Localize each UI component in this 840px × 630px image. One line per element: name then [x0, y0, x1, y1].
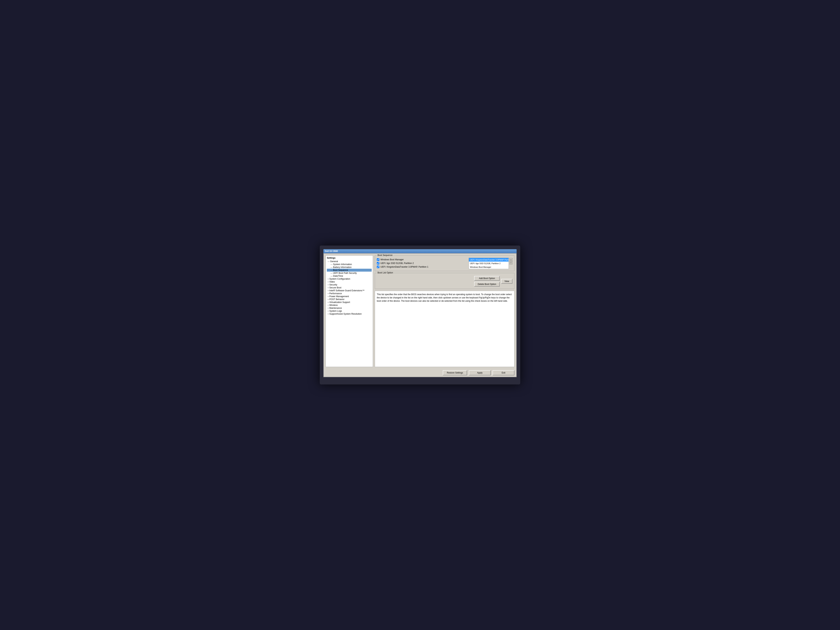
- bottom-bar: Restore Settings Apply Exit: [324, 369, 516, 377]
- sidebar-item-post-behavior[interactable]: + POST Behavior: [327, 298, 372, 301]
- sidebar-item-performance[interactable]: + Performance: [327, 292, 372, 295]
- boot-sequence-inner: Windows Boot ManagerUEFI: tigo SSD 512GB…: [377, 258, 512, 269]
- sidebar-item-wireless[interactable]: + Wireless: [327, 304, 372, 306]
- sidebar-item-security[interactable]: + Security: [327, 283, 372, 286]
- sidebar-item-boot-sequence[interactable]: — Boot Sequence: [327, 269, 372, 272]
- boot-list-option-inner: Add Boot Option Delete Boot Option View: [377, 274, 512, 287]
- view-button[interactable]: View: [501, 279, 512, 284]
- boot-checklist: Windows Boot ManagerUEFI: tigo SSD 512GB…: [377, 258, 467, 269]
- boot-item-windows-boot[interactable]: Windows Boot Manager: [377, 258, 467, 261]
- restore-settings-button[interactable]: Restore Settings: [443, 370, 467, 375]
- exit-button[interactable]: Exit: [493, 370, 515, 375]
- sidebar-item-power-mgmt[interactable]: + Power Management: [327, 295, 372, 298]
- boot-sequence-legend: Boot Sequence: [377, 254, 393, 256]
- sidebar-item-datetime[interactable]: — Date/Time: [327, 275, 372, 278]
- boot-order-item-order-3[interactable]: Windows Boot Manager: [469, 265, 508, 269]
- sidebar-item-general[interactable]: — General: [327, 260, 372, 263]
- tree-container: — General— System Information— Battery I…: [327, 260, 372, 315]
- sidebar-item-uefi-boot[interactable]: — UEFI Boot Path Security: [327, 272, 372, 275]
- apply-button[interactable]: Apply: [469, 370, 491, 375]
- boot-item-uefi-kingston[interactable]: UEFI: KingstonDataTraveler 3.0PMAP, Part…: [377, 265, 467, 269]
- monitor-bezel: Dell G3 3590 Settings — General— System …: [320, 246, 520, 384]
- scroll-arrows: ▲ ▼: [510, 258, 512, 264]
- titlebar-label: Dell G3 3590: [325, 250, 338, 253]
- sidebar-item-system-logs[interactable]: + System Logs: [327, 309, 372, 313]
- boot-checkbox-windows-boot[interactable]: [377, 258, 379, 261]
- boot-item-uefi-tigo[interactable]: UEFI: tigo SSD 512GB, Partition 2: [377, 261, 467, 265]
- settings-title: Settings: [327, 257, 372, 259]
- boot-checkbox-uefi-kingston[interactable]: [377, 265, 379, 268]
- boot-sequence-section: Boot Sequence Windows Boot ManagerUEFI: …: [375, 256, 515, 271]
- sidebar-item-secure-boot[interactable]: + Secure Boot: [327, 286, 372, 289]
- boot-list-option-section: Boot List Option Add Boot Option Delete …: [375, 273, 515, 289]
- description-text: This list specifies the order that the B…: [377, 293, 512, 302]
- scroll-up-arrow[interactable]: ▲: [510, 258, 512, 261]
- boot-label-windows-boot: Windows Boot Manager: [381, 258, 404, 261]
- description-box: This list specifies the order that the B…: [375, 291, 515, 367]
- scroll-down-arrow[interactable]: ▼: [510, 261, 512, 264]
- sidebar-item-video[interactable]: + Video: [327, 280, 372, 283]
- sidebar-item-system-info[interactable]: — System Information: [327, 263, 372, 266]
- sidebar-item-virt-support[interactable]: + Virtualization Support: [327, 301, 372, 304]
- boot-order-list: UEFI: KingstonDataTraveler 3.0PMAP Parti…: [469, 258, 509, 269]
- titlebar: Dell G3 3590: [324, 249, 516, 253]
- sidebar-item-battery-info[interactable]: — Battery Information: [327, 266, 372, 269]
- boot-checkbox-uefi-tigo[interactable]: [377, 262, 379, 265]
- sidebar-item-maintenance[interactable]: + Maintenance: [327, 306, 372, 309]
- sidebar-item-intel-sge[interactable]: + Intel® Software Guard Extensions™: [327, 289, 372, 292]
- boot-label-uefi-tigo: UEFI: tigo SSD 512GB, Partition 2: [381, 262, 414, 265]
- add-boot-option-button[interactable]: Add Boot Option: [474, 276, 500, 281]
- sidebar-item-supportassist[interactable]: + SupportAssist System Resolution: [327, 313, 372, 315]
- boot-label-uefi-kingston: UEFI: KingstonDataTraveler 3.0PMAP, Part…: [381, 265, 428, 268]
- delete-boot-option-button[interactable]: Delete Boot Option: [474, 282, 500, 287]
- bios-window: Settings — General— System Information— …: [324, 253, 516, 377]
- boot-btn-group: Add Boot Option Delete Boot Option: [474, 276, 500, 287]
- boot-list-option-legend: Boot List Option: [377, 272, 394, 274]
- main-panel: Boot Sequence Windows Boot ManagerUEFI: …: [375, 256, 515, 367]
- bios-content: Settings — General— System Information— …: [324, 254, 516, 369]
- sidebar-item-system-config[interactable]: + System Configuration: [327, 278, 372, 280]
- boot-order-item-order-2[interactable]: UEFI: tigo SSD 512GB, Partition 2: [469, 262, 508, 265]
- boot-order-item-order-1[interactable]: UEFI: KingstonDataTraveler 3.0PMAP Parti…: [469, 258, 508, 262]
- settings-panel: Settings — General— System Information— …: [325, 256, 373, 367]
